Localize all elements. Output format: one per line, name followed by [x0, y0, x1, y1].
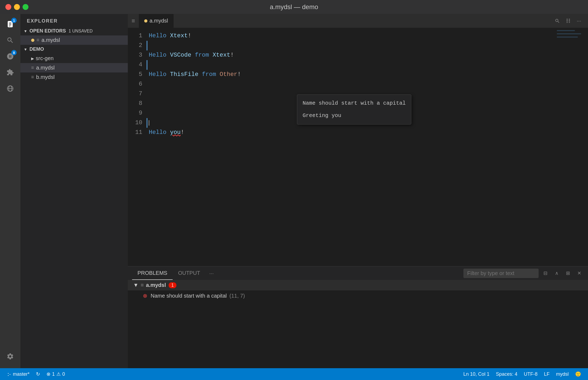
status-language[interactable]: mydsl: [553, 368, 571, 380]
folder-src-gen[interactable]: ▶ src-gen: [20, 54, 128, 63]
code-line-5: Hello ThisFile from Other!: [147, 70, 556, 79]
main-container: 1 8: [0, 14, 588, 368]
close-panel-btn[interactable]: ✕: [575, 269, 584, 278]
warning-count: 0: [62, 371, 65, 377]
close-button[interactable]: [5, 4, 11, 10]
cursor-position: Ln 10, Col 1: [463, 371, 489, 377]
error-count: 1: [52, 371, 55, 377]
activity-remote[interactable]: [3, 81, 18, 96]
open-editors-arrow: ▼: [24, 29, 27, 33]
tab-bar: ≡ a.mydsl ···: [128, 14, 588, 28]
open-editors-badge: 1 UNSAVED: [69, 29, 93, 34]
sidebar: EXPLORER ▼ OPEN EDITORS 1 UNSAVED ≡ a.my…: [20, 14, 128, 368]
code-line-11: Hello you!: [147, 128, 556, 137]
window-controls[interactable]: [5, 4, 28, 10]
more-actions-btn[interactable]: ···: [574, 16, 584, 26]
maximize-button[interactable]: [23, 4, 28, 10]
code-area[interactable]: Hello Xtext! Hello VSCode from Xtext! He…: [147, 28, 556, 266]
open-file-name: a.mydsl: [42, 37, 60, 43]
status-sync[interactable]: ↻: [33, 368, 43, 380]
code-line-3: Hello VSCode from Xtext!: [147, 50, 556, 60]
minimize-button[interactable]: [14, 4, 20, 10]
status-encoding[interactable]: UTF-8: [521, 368, 540, 380]
sync-icon: ↻: [36, 371, 40, 377]
status-line-ending[interactable]: LF: [541, 368, 552, 380]
collapse-all-btn[interactable]: ⊟: [541, 269, 550, 278]
tab-name: a.mydsl: [150, 18, 168, 24]
git-badge: 8: [11, 50, 17, 55]
tab-amydsl[interactable]: a.mydsl: [139, 14, 174, 28]
panel-filter: ⊟ ∧ ⊞ ✕: [463, 269, 584, 278]
activity-explorer[interactable]: 1: [3, 17, 18, 32]
activity-bar: 1 8: [0, 14, 20, 368]
problem-item-1[interactable]: ⊗ Name should start with a capital (11, …: [128, 290, 588, 301]
tooltip-line1: Name should start with a capital: [303, 98, 406, 108]
language-label: mydsl: [556, 371, 569, 377]
split-editor-btn[interactable]: [563, 16, 573, 26]
editor-content[interactable]: 1 2 3 4 5 6 7 8 9 10 11 Hello Xtext!: [128, 28, 588, 266]
status-smiley[interactable]: 🙂: [572, 368, 584, 380]
activity-git[interactable]: 8: [3, 49, 18, 64]
editor-area: ≡ a.mydsl ···: [128, 14, 588, 368]
code-line-2: [147, 41, 556, 50]
branch-name: master*: [13, 371, 30, 377]
file-amydsl[interactable]: ≡ a.mydsl: [20, 63, 128, 72]
tab-problems[interactable]: PROBLEMS: [132, 266, 173, 280]
titlebar: a.mydsl — demo: [0, 0, 588, 14]
status-errors[interactable]: ⊗ 1 ⚠ 0: [44, 368, 68, 380]
code-line-6: [147, 79, 556, 89]
warning-icon: ⚠: [56, 371, 61, 377]
problem-file-arrow: ▼: [133, 282, 139, 288]
text-cursor: [149, 120, 149, 126]
panel-more-btn[interactable]: ···: [205, 270, 217, 276]
filter-input[interactable]: [463, 269, 539, 278]
error-status-icon: ⊗: [46, 371, 50, 377]
activity-settings[interactable]: [3, 349, 18, 364]
tab-actions: ···: [553, 16, 588, 26]
file-list-icon: ≡: [37, 37, 39, 43]
demo-header[interactable]: ▼ DEMO: [20, 45, 128, 54]
tab-list-icon[interactable]: ≡: [128, 17, 139, 24]
bottom-panel: PROBLEMS OUTPUT ··· ⊟ ∧ ⊞ ✕: [128, 266, 588, 368]
file-bmydsl[interactable]: ≡ b.mydsl: [20, 72, 128, 82]
smiley-icon: 🙂: [575, 371, 581, 377]
status-branch[interactable]: master*: [4, 368, 32, 380]
spaces-label: Spaces: 4: [496, 371, 517, 377]
line-numbers: 1 2 3 4 5 6 7 8 9 10 11: [128, 28, 147, 266]
problem-count: 1: [169, 282, 176, 288]
tab-output[interactable]: OUTPUT: [173, 266, 205, 280]
status-position[interactable]: Ln 10, Col 1: [461, 368, 492, 380]
search-editor-btn[interactable]: [553, 16, 562, 26]
open-editors-label: OPEN EDITORS: [30, 28, 66, 34]
tooltip-line2: Greeting you: [303, 111, 406, 120]
code-line-4: [147, 60, 556, 70]
explorer-badge: 1: [11, 18, 17, 23]
file-name-bmydsl: b.mydsl: [36, 74, 55, 80]
minimap: [556, 28, 588, 266]
file-name-amydsl: a.mydsl: [36, 65, 55, 71]
modified-dot: [31, 39, 34, 42]
problem-location: (11, 7): [229, 293, 245, 299]
folder-name: src-gen: [36, 55, 54, 61]
layout-btn[interactable]: ⊞: [563, 269, 572, 278]
folder-arrow: ▶: [31, 56, 34, 61]
problem-file-row[interactable]: ▼ ≡ a.mydsl 1: [128, 280, 588, 290]
open-file-amydsl[interactable]: ≡ a.mydsl: [20, 35, 128, 45]
status-bar: master* ↻ ⊗ 1 ⚠ 0 Ln 10, Col 1 Spaces: 4…: [0, 368, 588, 380]
error-icon: ⊗: [143, 293, 147, 299]
demo-label: DEMO: [30, 46, 44, 52]
problem-file-name: a.mydsl: [146, 282, 166, 288]
problem-message: Name should start with a capital: [151, 293, 227, 299]
file-icon-bmydsl: ≡: [31, 74, 34, 80]
code-line-1: Hello Xtext!: [147, 31, 556, 41]
encoding-label: UTF-8: [524, 371, 538, 377]
activity-search[interactable]: [3, 33, 18, 48]
window-title: a.mydsl — demo: [270, 3, 318, 11]
open-editors-header[interactable]: ▼ OPEN EDITORS 1 UNSAVED: [20, 27, 128, 35]
panel-tabs: PROBLEMS OUTPUT ··· ⊟ ∧ ⊞ ✕: [128, 266, 588, 280]
sidebar-title: EXPLORER: [20, 14, 128, 27]
status-spaces[interactable]: Spaces: 4: [493, 368, 520, 380]
chevron-up-btn[interactable]: ∧: [552, 269, 561, 278]
activity-extensions[interactable]: [3, 65, 18, 80]
panel-content: ▼ ≡ a.mydsl 1 ⊗ Name should start with a…: [128, 280, 588, 368]
